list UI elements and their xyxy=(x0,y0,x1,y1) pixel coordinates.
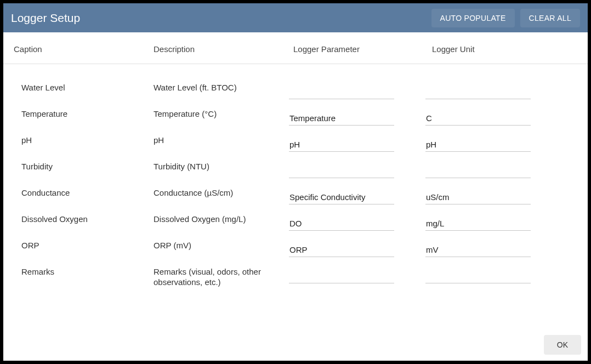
logger-unit-input[interactable] xyxy=(425,111,531,126)
table-row: ORPORP (mV) xyxy=(21,237,579,264)
logger-unit-cell xyxy=(425,79,579,99)
dialog-title: Logger Setup xyxy=(11,12,426,25)
description-cell: ORP (mV) xyxy=(154,237,289,251)
clear-all-button[interactable]: CLEAR ALL xyxy=(520,9,580,27)
caption-cell: Water Level xyxy=(21,79,154,93)
column-headers: Caption Description Logger Parameter Log… xyxy=(3,32,588,64)
description-cell: Conductance (µS/cm) xyxy=(154,185,289,198)
logger-parameter-input[interactable] xyxy=(289,269,394,283)
table-row: Water LevelWater Level (ft. BTOC) xyxy=(21,79,579,106)
caption-cell: Temperature xyxy=(21,106,154,120)
logger-parameter-cell xyxy=(289,132,425,152)
auto-populate-button[interactable]: AUTO POPULATE xyxy=(431,9,515,27)
description-cell: Temperature (°C) xyxy=(154,106,289,120)
table-row: RemarksRemarks (visual, odors, other obs… xyxy=(21,264,579,290)
column-header-logger-parameter: Logger Parameter xyxy=(293,44,432,54)
ok-button[interactable]: OK xyxy=(544,335,581,355)
logger-unit-cell xyxy=(425,237,579,257)
column-header-logger-unit: Logger Unit xyxy=(432,44,579,54)
logger-unit-cell xyxy=(425,211,579,231)
logger-unit-input[interactable] xyxy=(425,138,531,152)
description-cell: Water Level (ft. BTOC) xyxy=(154,79,289,93)
rows-container: Water LevelWater Level (ft. BTOC)Tempera… xyxy=(3,64,588,329)
logger-parameter-cell xyxy=(289,158,425,178)
logger-unit-input[interactable] xyxy=(425,190,531,204)
logger-parameter-input[interactable] xyxy=(289,138,394,152)
caption-cell: Turbidity xyxy=(21,158,154,172)
logger-unit-cell xyxy=(425,264,579,283)
logger-parameter-cell xyxy=(289,185,425,204)
table-row: TemperatureTemperature (°C) xyxy=(21,106,579,132)
logger-parameter-input[interactable] xyxy=(289,217,394,231)
table-row: pHpH xyxy=(21,132,579,158)
description-cell: Turbidity (NTU) xyxy=(154,158,289,172)
logger-unit-input[interactable] xyxy=(425,164,531,178)
logger-parameter-input[interactable] xyxy=(289,164,394,178)
logger-unit-input[interactable] xyxy=(425,85,531,99)
logger-parameter-input[interactable] xyxy=(289,85,394,99)
logger-parameter-cell xyxy=(289,79,425,99)
logger-setup-dialog: Logger Setup AUTO POPULATE CLEAR ALL Cap… xyxy=(3,3,588,361)
table-row: TurbidityTurbidity (NTU) xyxy=(21,158,579,185)
dialog-header: Logger Setup AUTO POPULATE CLEAR ALL xyxy=(3,3,588,32)
logger-parameter-cell xyxy=(289,106,425,126)
logger-unit-input[interactable] xyxy=(425,243,531,257)
logger-unit-cell xyxy=(425,132,579,152)
logger-unit-cell xyxy=(425,106,579,126)
table-row: ConductanceConductance (µS/cm) xyxy=(21,185,579,211)
logger-parameter-cell xyxy=(289,211,425,231)
logger-parameter-input[interactable] xyxy=(289,190,394,204)
description-cell: Remarks (visual, odors, other observatio… xyxy=(154,264,289,288)
table-row: Dissolved OxygenDissolved Oxygen (mg/L) xyxy=(21,211,579,237)
logger-unit-input[interactable] xyxy=(425,217,531,231)
column-header-description: Description xyxy=(154,44,293,54)
description-cell: pH xyxy=(154,132,289,146)
logger-unit-input[interactable] xyxy=(425,269,531,283)
caption-cell: ORP xyxy=(21,237,154,251)
dialog-footer: OK xyxy=(3,329,588,361)
logger-parameter-cell xyxy=(289,237,425,257)
logger-parameter-cell xyxy=(289,264,425,283)
description-cell: Dissolved Oxygen (mg/L) xyxy=(154,211,289,225)
column-header-caption: Caption xyxy=(14,44,154,54)
caption-cell: Dissolved Oxygen xyxy=(21,211,154,225)
caption-cell: Remarks xyxy=(21,264,154,277)
logger-unit-cell xyxy=(425,185,579,204)
caption-cell: pH xyxy=(21,132,154,146)
logger-parameter-input[interactable] xyxy=(289,243,394,257)
logger-unit-cell xyxy=(425,158,579,178)
caption-cell: Conductance xyxy=(21,185,154,198)
logger-parameter-input[interactable] xyxy=(289,111,394,126)
